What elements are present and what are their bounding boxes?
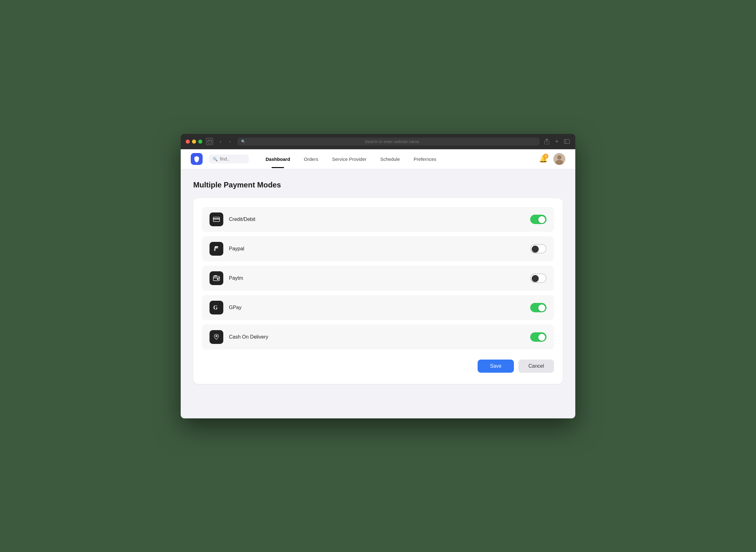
svg-rect-0 <box>208 140 211 143</box>
search-bar[interactable]: 🔍 <box>209 155 249 163</box>
tab-dashboard[interactable]: Dashboard <box>259 150 297 168</box>
tab-preferences[interactable]: Prefernces <box>407 150 443 168</box>
credit-card-icon <box>213 216 220 223</box>
traffic-lights <box>186 140 202 144</box>
paytm-icon-wrap <box>210 271 223 285</box>
toggle-paypal[interactable] <box>530 244 546 254</box>
app-container: 🔍 Dashboard Orders Service Provider Sche… <box>181 149 575 418</box>
credit-card-icon-wrap <box>210 213 223 226</box>
search-icon: 🔍 <box>241 140 245 144</box>
minimize-button[interactable] <box>192 140 196 144</box>
payment-name-gpay: GPay <box>229 305 525 310</box>
svg-text:G: G <box>213 304 218 311</box>
browser-chrome: ‹ › 🔍 + <box>181 134 575 149</box>
tab-orders[interactable]: Orders <box>297 150 325 168</box>
paypal-icon <box>213 245 220 253</box>
forward-button[interactable]: › <box>226 138 234 145</box>
svg-rect-10 <box>213 276 220 281</box>
toggle-credit-debit[interactable] <box>530 215 546 224</box>
browser-actions: + <box>543 138 570 145</box>
payment-row-paypal: Paypal <box>202 236 554 261</box>
browser-nav: ‹ › <box>217 138 234 145</box>
address-bar-wrapper: 🔍 <box>237 138 540 145</box>
payment-row-paytm: Paytm <box>202 266 554 291</box>
payment-modes-card: Credit/Debit <box>193 198 563 384</box>
back-button[interactable]: ‹ <box>217 138 224 145</box>
share-icon[interactable] <box>543 138 550 145</box>
payment-name-paytm: Paytm <box>229 275 525 281</box>
svg-point-6 <box>556 160 563 165</box>
svg-rect-11 <box>213 278 220 278</box>
notification-button[interactable]: 🔔 3 <box>537 153 549 165</box>
gpay-icon: G <box>213 304 220 311</box>
payment-row-credit-debit: Credit/Debit <box>202 207 554 232</box>
cancel-button[interactable]: Cancel <box>518 360 554 373</box>
save-button[interactable]: Save <box>477 360 514 373</box>
notification-badge: 3 <box>543 154 548 159</box>
toggle-cod[interactable] <box>530 332 546 342</box>
payment-name-cod: Cash On Delivery <box>229 334 525 340</box>
payment-row-cod: $ Cash On Delivery <box>202 324 554 350</box>
cod-icon-wrap: $ <box>210 330 223 344</box>
address-input[interactable] <box>248 139 536 144</box>
paypal-icon-wrap <box>210 242 223 256</box>
svg-text:$: $ <box>216 335 217 337</box>
close-button[interactable] <box>186 140 190 144</box>
nav-right: 🔔 3 <box>537 153 565 165</box>
logo[interactable] <box>191 153 203 165</box>
tab-service-provider[interactable]: Service Provider <box>325 150 373 168</box>
search-input[interactable] <box>220 156 245 161</box>
payment-name-credit-debit: Credit/Debit <box>229 217 525 222</box>
payment-row-gpay: G GPay <box>202 295 554 320</box>
cash-icon: $ <box>213 333 220 341</box>
svg-rect-8 <box>213 219 220 219</box>
svg-point-5 <box>557 155 561 160</box>
browser-window: ‹ › 🔍 + <box>181 134 575 418</box>
toggle-gpay[interactable] <box>530 303 546 312</box>
avatar[interactable] <box>553 153 565 165</box>
action-row: Save Cancel <box>202 360 554 373</box>
svg-rect-2 <box>564 140 570 144</box>
wallet-icon <box>213 274 220 282</box>
top-nav: 🔍 Dashboard Orders Service Provider Sche… <box>181 149 575 169</box>
page-title: Multiple Payment Modes <box>193 180 563 189</box>
svg-rect-13 <box>214 275 217 276</box>
tabs-button[interactable] <box>206 138 213 145</box>
svg-rect-9 <box>214 220 216 221</box>
svg-rect-12 <box>217 278 219 280</box>
sidebar-icon[interactable] <box>563 138 570 145</box>
search-bar-icon: 🔍 <box>213 157 218 161</box>
gpay-icon-wrap: G <box>210 301 223 314</box>
add-tab-icon[interactable]: + <box>553 138 560 145</box>
maximize-button[interactable] <box>198 140 202 144</box>
nav-links: Dashboard Orders Service Provider Schedu… <box>259 150 537 168</box>
tab-schedule[interactable]: Schedule <box>373 150 407 168</box>
payment-list: Credit/Debit <box>202 207 554 350</box>
payment-name-paypal: Paypal <box>229 246 525 252</box>
page-content: Multiple Payment Modes Credit/Debit <box>181 169 575 395</box>
toggle-paytm[interactable] <box>530 274 546 283</box>
